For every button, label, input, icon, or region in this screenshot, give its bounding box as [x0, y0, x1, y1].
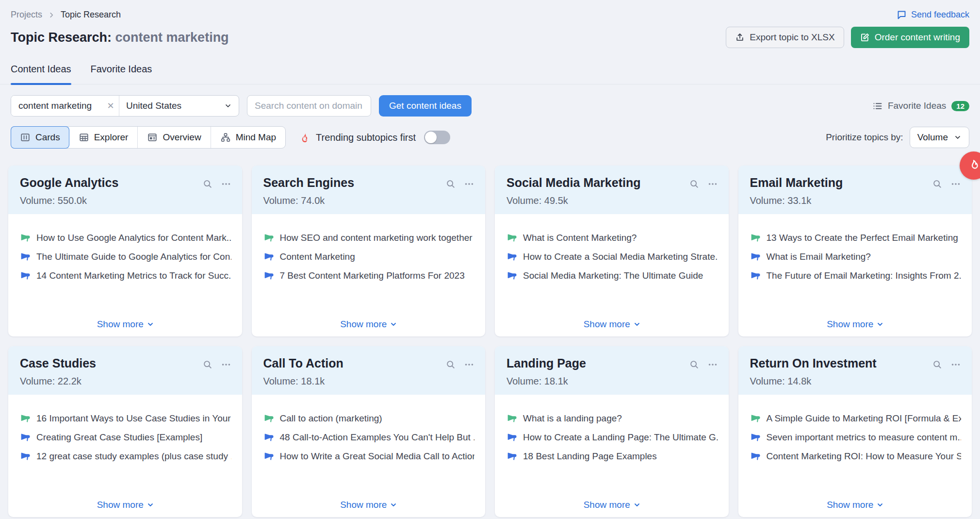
idea-item[interactable]: Creating Great Case Studies [Examples]	[20, 432, 231, 443]
breadcrumb-projects[interactable]: Projects	[11, 10, 42, 20]
mindmap-icon	[220, 132, 231, 143]
ellipsis-menu-icon[interactable]	[464, 359, 474, 370]
card-volume: Volume: 14.8k	[750, 376, 877, 387]
chevron-down-icon	[954, 134, 962, 141]
domain-search-input[interactable]	[247, 95, 371, 117]
idea-item[interactable]: How to Create a Social Media Marketing S…	[506, 251, 718, 262]
ellipsis-menu-icon[interactable]	[221, 179, 231, 189]
view-mindmap-label: Mind Map	[236, 132, 276, 143]
idea-text: How to Write a Great Social Media Call t…	[280, 451, 475, 462]
idea-item[interactable]: Content Marketing ROI: How to Measure Yo…	[750, 451, 962, 462]
card-volume: Volume: 49.5k	[506, 195, 640, 206]
order-label: Order content writing	[875, 32, 960, 43]
show-more-button[interactable]: Show more	[97, 319, 154, 330]
ellipsis-menu-icon[interactable]	[464, 179, 474, 189]
show-more-button[interactable]: Show more	[584, 500, 641, 510]
volume-value: 18.1k	[301, 376, 325, 386]
megaphone-icon	[20, 233, 30, 243]
card-title: Landing Page	[506, 356, 586, 370]
ellipsis-menu-icon[interactable]	[221, 359, 231, 370]
idea-item[interactable]: Seven important metrics to measure conte…	[750, 432, 962, 443]
idea-item[interactable]: How to Create a Landing Page: The Ultima…	[506, 432, 718, 443]
search-icon[interactable]	[202, 179, 213, 189]
tab-content-ideas[interactable]: Content Ideas	[11, 64, 71, 84]
search-icon[interactable]	[445, 179, 456, 189]
card-header: Landing Page Volume: 18.1k	[495, 346, 729, 395]
search-icon[interactable]	[932, 179, 943, 189]
idea-item[interactable]: 16 Important Ways to Use Case Studies in…	[20, 413, 231, 424]
view-overview-label: Overview	[163, 132, 201, 143]
idea-item[interactable]: The Ultimate Guide to Google Analytics f…	[20, 251, 231, 262]
idea-item[interactable]: 48 Call-to-Action Examples You Can't Hel…	[263, 432, 475, 443]
view-cards-button[interactable]: Cards	[11, 126, 69, 149]
ellipsis-menu-icon[interactable]	[707, 359, 718, 370]
idea-item[interactable]: 18 Best Landing Page Examples	[506, 451, 718, 462]
topic-card: Search Engines Volume: 74.0k How SEO and…	[252, 166, 486, 336]
tab-favorite-ideas[interactable]: Favorite Ideas	[91, 64, 152, 84]
idea-item[interactable]: 13 Ways to Create the Perfect Email Mark…	[750, 233, 962, 243]
idea-item[interactable]: What is Content Marketing?	[506, 233, 718, 243]
search-icon[interactable]	[932, 359, 943, 370]
card-volume: Volume: 18.1k	[506, 376, 586, 387]
keyword-input[interactable]	[11, 96, 102, 116]
show-more-button[interactable]: Show more	[827, 500, 884, 510]
ellipsis-menu-icon[interactable]	[950, 179, 961, 189]
show-more-button[interactable]: Show more	[340, 500, 397, 510]
show-more-label: Show more	[584, 500, 630, 510]
send-feedback-link[interactable]: Send feedback	[897, 10, 969, 20]
favorite-ideas-link[interactable]: Favorite Ideas 12	[872, 100, 969, 111]
idea-item[interactable]: Social Media Marketing: The Ultimate Gui…	[506, 270, 718, 281]
card-volume: Volume: 74.0k	[263, 195, 355, 206]
view-switcher: Cards Explorer Overview Mind Map	[11, 126, 286, 149]
megaphone-icon	[506, 233, 517, 243]
idea-item[interactable]: What is a landing page?	[506, 413, 718, 424]
idea-item[interactable]: 7 Best Content Marketing Platforms For 2…	[263, 270, 475, 281]
idea-item[interactable]: How to Use Google Analytics for Content …	[20, 233, 231, 243]
volume-value: 14.8k	[787, 376, 811, 386]
idea-item[interactable]: The Future of Email Marketing: Insights …	[750, 270, 962, 281]
clear-keyword-icon[interactable]: ✕	[102, 96, 119, 116]
order-content-writing-button[interactable]: Order content writing	[851, 27, 969, 48]
ellipsis-menu-icon[interactable]	[707, 179, 718, 189]
view-explorer-button[interactable]: Explorer	[69, 127, 138, 148]
show-more-button[interactable]: Show more	[827, 319, 884, 330]
toggle-knob	[425, 132, 437, 143]
trending-toggle[interactable]	[424, 131, 450, 144]
card-title: Return On Investment	[750, 356, 877, 370]
megaphone-icon	[263, 452, 274, 462]
megaphone-icon	[750, 452, 760, 462]
idea-item[interactable]: How to Write a Great Social Media Call t…	[263, 451, 475, 462]
volume-value: 550.0k	[58, 195, 87, 206]
card-body: How SEO and content marketing work toget…	[252, 214, 486, 336]
megaphone-icon	[263, 433, 274, 443]
idea-text: Seven important metrics to measure conte…	[767, 432, 962, 443]
volume-label: Volume:	[750, 195, 785, 206]
volume-label: Volume:	[263, 195, 298, 206]
prioritize-select[interactable]: Volume	[910, 127, 969, 148]
ellipsis-menu-icon[interactable]	[950, 359, 961, 370]
search-icon[interactable]	[689, 359, 700, 370]
search-icon[interactable]	[202, 359, 213, 370]
get-content-ideas-button[interactable]: Get content ideas	[379, 95, 472, 117]
idea-item[interactable]: A Simple Guide to Marketing ROI [Formula…	[750, 413, 962, 424]
card-body: A Simple Guide to Marketing ROI [Formula…	[738, 395, 972, 517]
idea-item[interactable]: 14 Content Marketing Metrics to Track fo…	[20, 270, 231, 281]
show-more-button[interactable]: Show more	[97, 500, 154, 510]
show-more-button[interactable]: Show more	[340, 319, 397, 330]
idea-item[interactable]: Call to action (marketing)	[263, 413, 475, 424]
idea-item[interactable]: How SEO and content marketing work toget…	[263, 233, 475, 243]
report-icon	[147, 132, 158, 143]
view-mindmap-button[interactable]: Mind Map	[211, 127, 285, 148]
show-more-button[interactable]: Show more	[584, 319, 641, 330]
search-icon[interactable]	[689, 179, 700, 189]
idea-text: Content Marketing	[280, 251, 355, 262]
country-select[interactable]: United States	[119, 96, 239, 116]
export-xlsx-button[interactable]: Export topic to XLSX	[726, 27, 844, 48]
idea-item[interactable]: What is Email Marketing?	[750, 251, 962, 262]
search-icon[interactable]	[445, 359, 456, 370]
idea-item[interactable]: 12 great case study examples (plus case …	[20, 451, 231, 462]
idea-text: How SEO and content marketing work toget…	[280, 233, 473, 243]
idea-item[interactable]: Content Marketing	[263, 251, 475, 262]
view-overview-button[interactable]: Overview	[138, 127, 211, 148]
megaphone-icon	[263, 233, 274, 243]
